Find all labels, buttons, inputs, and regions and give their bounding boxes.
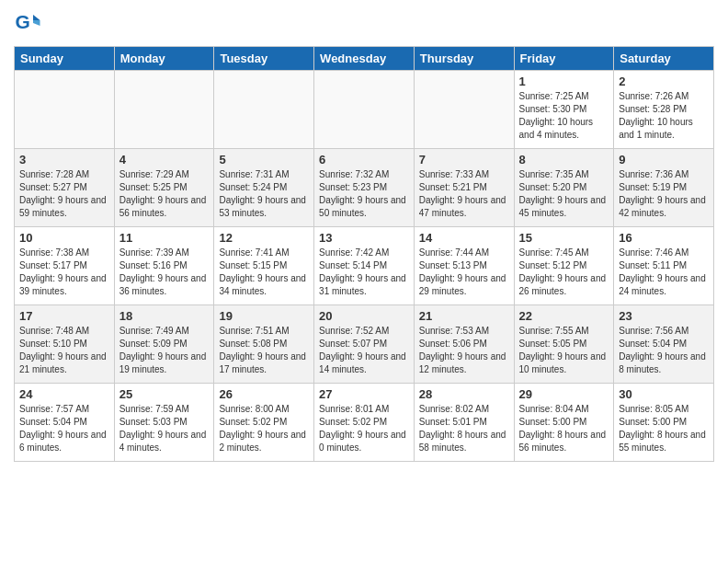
- calendar-cell: [214, 71, 314, 149]
- day-number: 16: [619, 231, 709, 245]
- day-info: Sunrise: 7:25 AMSunset: 5:30 PMDaylight:…: [519, 90, 609, 142]
- day-info: Sunrise: 7:53 AMSunset: 5:06 PMDaylight:…: [419, 325, 509, 376]
- day-info: Sunrise: 7:38 AMSunset: 5:17 PMDaylight:…: [19, 247, 109, 298]
- day-info: Sunrise: 7:31 AMSunset: 5:24 PMDaylight:…: [219, 168, 309, 220]
- calendar-cell: 9Sunrise: 7:36 AMSunset: 5:19 PMDaylight…: [614, 149, 714, 227]
- calendar-cell: 20Sunrise: 7:52 AMSunset: 5:07 PMDayligh…: [314, 305, 415, 384]
- col-header-wednesday: Wednesday: [314, 47, 415, 71]
- col-header-saturday: Saturday: [614, 47, 714, 71]
- col-header-tuesday: Tuesday: [214, 47, 314, 71]
- day-info: Sunrise: 7:57 AMSunset: 5:04 PMDaylight:…: [19, 403, 109, 454]
- day-info: Sunrise: 7:48 AMSunset: 5:10 PMDaylight:…: [19, 325, 109, 376]
- calendar-cell: 12Sunrise: 7:41 AMSunset: 5:15 PMDayligh…: [214, 227, 314, 305]
- calendar-cell: 21Sunrise: 7:53 AMSunset: 5:06 PMDayligh…: [414, 305, 514, 384]
- svg-marker-2: [33, 20, 40, 26]
- day-number: 5: [219, 153, 309, 167]
- day-number: 19: [219, 309, 309, 323]
- day-number: 7: [419, 153, 509, 167]
- calendar-cell: 3Sunrise: 7:28 AMSunset: 5:27 PMDaylight…: [15, 149, 115, 227]
- day-number: 21: [419, 309, 509, 323]
- day-number: 1: [519, 75, 609, 88]
- day-number: 29: [519, 387, 609, 401]
- calendar-cell: 29Sunrise: 8:04 AMSunset: 5:00 PMDayligh…: [514, 384, 614, 462]
- page-header: G: [14, 9, 714, 37]
- day-number: 22: [519, 309, 609, 323]
- calendar-cell: [314, 71, 415, 149]
- logo-icon: G: [14, 9, 41, 37]
- calendar-cell: 19Sunrise: 7:51 AMSunset: 5:08 PMDayligh…: [214, 305, 314, 384]
- day-number: 14: [419, 231, 509, 245]
- col-header-sunday: Sunday: [15, 47, 115, 71]
- day-number: 26: [219, 387, 309, 401]
- calendar-cell: 1Sunrise: 7:25 AMSunset: 5:30 PMDaylight…: [514, 71, 614, 149]
- calendar-cell: 30Sunrise: 8:05 AMSunset: 5:00 PMDayligh…: [614, 384, 714, 462]
- calendar-cell: [414, 71, 514, 149]
- day-number: 4: [119, 153, 210, 167]
- calendar-cell: 23Sunrise: 7:56 AMSunset: 5:04 PMDayligh…: [614, 305, 714, 384]
- day-info: Sunrise: 8:01 AMSunset: 5:02 PMDaylight:…: [319, 403, 409, 454]
- calendar-cell: 11Sunrise: 7:39 AMSunset: 5:16 PMDayligh…: [114, 227, 214, 305]
- day-info: Sunrise: 7:49 AMSunset: 5:09 PMDaylight:…: [119, 325, 210, 376]
- day-number: 24: [19, 387, 109, 401]
- day-info: Sunrise: 7:32 AMSunset: 5:23 PMDaylight:…: [319, 168, 409, 220]
- day-info: Sunrise: 7:46 AMSunset: 5:11 PMDaylight:…: [619, 247, 709, 298]
- day-info: Sunrise: 7:51 AMSunset: 5:08 PMDaylight:…: [219, 325, 309, 376]
- day-number: 23: [619, 309, 709, 323]
- day-number: 25: [119, 387, 210, 401]
- day-number: 11: [119, 231, 210, 245]
- calendar-cell: 5Sunrise: 7:31 AMSunset: 5:24 PMDaylight…: [214, 149, 314, 227]
- calendar-cell: 25Sunrise: 7:59 AMSunset: 5:03 PMDayligh…: [114, 384, 214, 462]
- day-info: Sunrise: 7:33 AMSunset: 5:21 PMDaylight:…: [419, 168, 509, 220]
- day-info: Sunrise: 8:00 AMSunset: 5:02 PMDaylight:…: [219, 403, 309, 454]
- calendar-cell: 26Sunrise: 8:00 AMSunset: 5:02 PMDayligh…: [214, 384, 314, 462]
- day-info: Sunrise: 7:29 AMSunset: 5:25 PMDaylight:…: [119, 168, 210, 220]
- day-info: Sunrise: 7:44 AMSunset: 5:13 PMDaylight:…: [419, 247, 509, 298]
- day-number: 18: [119, 309, 210, 323]
- day-info: Sunrise: 7:39 AMSunset: 5:16 PMDaylight:…: [119, 247, 210, 298]
- day-info: Sunrise: 8:04 AMSunset: 5:00 PMDaylight:…: [519, 403, 609, 454]
- calendar-cell: 2Sunrise: 7:26 AMSunset: 5:28 PMDaylight…: [614, 71, 714, 149]
- day-info: Sunrise: 7:28 AMSunset: 5:27 PMDaylight:…: [19, 168, 109, 220]
- col-header-thursday: Thursday: [414, 47, 514, 71]
- day-info: Sunrise: 7:55 AMSunset: 5:05 PMDaylight:…: [519, 325, 609, 376]
- calendar-cell: 27Sunrise: 8:01 AMSunset: 5:02 PMDayligh…: [314, 384, 415, 462]
- calendar-cell: 6Sunrise: 7:32 AMSunset: 5:23 PMDaylight…: [314, 149, 415, 227]
- calendar-cell: 28Sunrise: 8:02 AMSunset: 5:01 PMDayligh…: [414, 384, 514, 462]
- day-number: 28: [419, 387, 509, 401]
- day-number: 2: [619, 75, 709, 88]
- day-info: Sunrise: 7:36 AMSunset: 5:19 PMDaylight:…: [619, 168, 709, 220]
- calendar-cell: 24Sunrise: 7:57 AMSunset: 5:04 PMDayligh…: [15, 384, 115, 462]
- calendar-cell: 13Sunrise: 7:42 AMSunset: 5:14 PMDayligh…: [314, 227, 415, 305]
- svg-text:G: G: [16, 11, 30, 32]
- calendar-cell: 22Sunrise: 7:55 AMSunset: 5:05 PMDayligh…: [514, 305, 614, 384]
- day-info: Sunrise: 7:35 AMSunset: 5:20 PMDaylight:…: [519, 168, 609, 220]
- calendar-cell: 7Sunrise: 7:33 AMSunset: 5:21 PMDaylight…: [414, 149, 514, 227]
- day-number: 10: [19, 231, 109, 245]
- col-header-friday: Friday: [514, 47, 614, 71]
- day-info: Sunrise: 7:45 AMSunset: 5:12 PMDaylight:…: [519, 247, 609, 298]
- day-info: Sunrise: 7:56 AMSunset: 5:04 PMDaylight:…: [619, 325, 709, 376]
- day-info: Sunrise: 7:26 AMSunset: 5:28 PMDaylight:…: [619, 90, 709, 142]
- calendar-cell: 16Sunrise: 7:46 AMSunset: 5:11 PMDayligh…: [614, 227, 714, 305]
- day-info: Sunrise: 8:05 AMSunset: 5:00 PMDaylight:…: [619, 403, 709, 454]
- day-info: Sunrise: 7:42 AMSunset: 5:14 PMDaylight:…: [319, 247, 409, 298]
- calendar-cell: 14Sunrise: 7:44 AMSunset: 5:13 PMDayligh…: [414, 227, 514, 305]
- calendar-table: SundayMondayTuesdayWednesdayThursdayFrid…: [14, 46, 714, 462]
- day-info: Sunrise: 7:59 AMSunset: 5:03 PMDaylight:…: [119, 403, 210, 454]
- day-number: 13: [319, 231, 409, 245]
- calendar-cell: 10Sunrise: 7:38 AMSunset: 5:17 PMDayligh…: [15, 227, 115, 305]
- calendar-cell: 8Sunrise: 7:35 AMSunset: 5:20 PMDaylight…: [514, 149, 614, 227]
- day-info: Sunrise: 7:52 AMSunset: 5:07 PMDaylight:…: [319, 325, 409, 376]
- day-number: 17: [19, 309, 109, 323]
- svg-marker-1: [33, 15, 40, 20]
- day-number: 20: [319, 309, 409, 323]
- calendar-cell: 15Sunrise: 7:45 AMSunset: 5:12 PMDayligh…: [514, 227, 614, 305]
- day-number: 3: [19, 153, 109, 167]
- calendar-cell: 17Sunrise: 7:48 AMSunset: 5:10 PMDayligh…: [15, 305, 115, 384]
- day-info: Sunrise: 8:02 AMSunset: 5:01 PMDaylight:…: [419, 403, 509, 454]
- day-number: 27: [319, 387, 409, 401]
- day-number: 9: [619, 153, 709, 167]
- calendar-cell: [15, 71, 115, 149]
- col-header-monday: Monday: [114, 47, 214, 71]
- day-number: 8: [519, 153, 609, 167]
